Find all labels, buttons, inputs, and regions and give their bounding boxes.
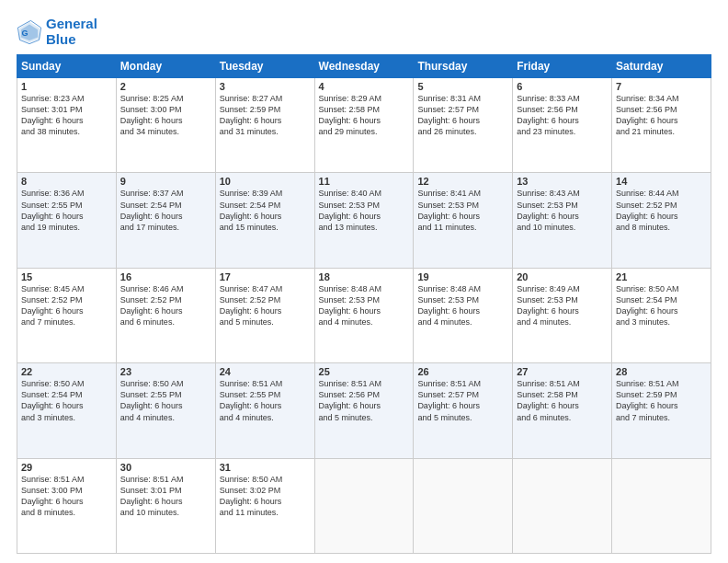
calendar-body: 1Sunrise: 8:23 AM Sunset: 3:01 PM Daylig… bbox=[17, 78, 711, 554]
logo-icon: G bbox=[17, 19, 42, 45]
day-number: 3 bbox=[220, 81, 311, 92]
week-row-1: 1Sunrise: 8:23 AM Sunset: 3:01 PM Daylig… bbox=[17, 78, 711, 173]
day-info: Sunrise: 8:50 AM Sunset: 2:54 PM Dayligh… bbox=[616, 283, 707, 328]
day-cell-29: 29Sunrise: 8:51 AM Sunset: 3:00 PM Dayli… bbox=[17, 458, 117, 553]
day-cell-11: 11Sunrise: 8:40 AM Sunset: 2:53 PM Dayli… bbox=[314, 173, 414, 268]
day-info: Sunrise: 8:37 AM Sunset: 2:54 PM Dayligh… bbox=[120, 188, 211, 233]
day-number: 1 bbox=[21, 81, 112, 92]
day-cell-26: 26Sunrise: 8:51 AM Sunset: 2:57 PM Dayli… bbox=[414, 363, 513, 458]
day-info: Sunrise: 8:39 AM Sunset: 2:54 PM Dayligh… bbox=[220, 188, 311, 233]
day-cell-8: 8Sunrise: 8:36 AM Sunset: 2:55 PM Daylig… bbox=[17, 173, 117, 268]
weekday-tuesday: Tuesday bbox=[215, 55, 314, 78]
day-cell-9: 9Sunrise: 8:37 AM Sunset: 2:54 PM Daylig… bbox=[116, 173, 215, 268]
day-info: Sunrise: 8:29 AM Sunset: 2:58 PM Dayligh… bbox=[319, 93, 410, 138]
day-cell-31: 31Sunrise: 8:50 AM Sunset: 3:02 PM Dayli… bbox=[215, 458, 314, 553]
day-number: 30 bbox=[120, 462, 211, 473]
day-cell-7: 7Sunrise: 8:34 AM Sunset: 2:56 PM Daylig… bbox=[612, 78, 711, 173]
day-number: 19 bbox=[417, 271, 508, 282]
day-info: Sunrise: 8:45 AM Sunset: 2:52 PM Dayligh… bbox=[21, 283, 112, 328]
day-number: 10 bbox=[220, 176, 311, 187]
day-info: Sunrise: 8:41 AM Sunset: 2:53 PM Dayligh… bbox=[417, 188, 508, 233]
day-info: Sunrise: 8:27 AM Sunset: 2:59 PM Dayligh… bbox=[220, 93, 311, 138]
day-number: 16 bbox=[120, 271, 211, 282]
day-info: Sunrise: 8:33 AM Sunset: 2:56 PM Dayligh… bbox=[517, 93, 608, 138]
day-cell-13: 13Sunrise: 8:43 AM Sunset: 2:53 PM Dayli… bbox=[513, 173, 612, 268]
week-row-2: 8Sunrise: 8:36 AM Sunset: 2:55 PM Daylig… bbox=[17, 173, 711, 268]
day-number: 6 bbox=[517, 81, 608, 92]
day-cell-2: 2Sunrise: 8:25 AM Sunset: 3:00 PM Daylig… bbox=[116, 78, 215, 173]
day-info: Sunrise: 8:44 AM Sunset: 2:52 PM Dayligh… bbox=[616, 188, 707, 233]
empty-cell bbox=[314, 458, 414, 553]
day-number: 14 bbox=[616, 176, 707, 187]
day-cell-18: 18Sunrise: 8:48 AM Sunset: 2:53 PM Dayli… bbox=[314, 268, 414, 362]
day-info: Sunrise: 8:34 AM Sunset: 2:56 PM Dayligh… bbox=[616, 93, 707, 138]
day-cell-17: 17Sunrise: 8:47 AM Sunset: 2:52 PM Dayli… bbox=[215, 268, 314, 362]
day-number: 20 bbox=[517, 271, 608, 282]
weekday-friday: Friday bbox=[513, 55, 612, 78]
day-info: Sunrise: 8:43 AM Sunset: 2:53 PM Dayligh… bbox=[517, 188, 608, 233]
day-cell-3: 3Sunrise: 8:27 AM Sunset: 2:59 PM Daylig… bbox=[215, 78, 314, 173]
day-cell-19: 19Sunrise: 8:48 AM Sunset: 2:53 PM Dayli… bbox=[414, 268, 513, 362]
day-cell-23: 23Sunrise: 8:50 AM Sunset: 2:55 PM Dayli… bbox=[116, 363, 215, 458]
day-info: Sunrise: 8:51 AM Sunset: 3:01 PM Dayligh… bbox=[120, 474, 211, 519]
day-number: 21 bbox=[616, 271, 707, 282]
day-cell-4: 4Sunrise: 8:29 AM Sunset: 2:58 PM Daylig… bbox=[314, 78, 414, 173]
day-number: 5 bbox=[417, 81, 508, 92]
page: G General Blue SundayMondayTuesdayWednes… bbox=[0, 0, 728, 563]
weekday-wednesday: Wednesday bbox=[314, 55, 414, 78]
day-number: 24 bbox=[220, 366, 311, 377]
weekday-thursday: Thursday bbox=[414, 55, 513, 78]
day-info: Sunrise: 8:51 AM Sunset: 2:56 PM Dayligh… bbox=[319, 378, 410, 423]
day-cell-10: 10Sunrise: 8:39 AM Sunset: 2:54 PM Dayli… bbox=[215, 173, 314, 268]
day-cell-16: 16Sunrise: 8:46 AM Sunset: 2:52 PM Dayli… bbox=[116, 268, 215, 362]
day-cell-5: 5Sunrise: 8:31 AM Sunset: 2:57 PM Daylig… bbox=[414, 78, 513, 173]
logo-text: General Blue bbox=[46, 17, 97, 47]
svg-text:G: G bbox=[22, 29, 28, 38]
day-cell-1: 1Sunrise: 8:23 AM Sunset: 3:01 PM Daylig… bbox=[17, 78, 117, 173]
day-info: Sunrise: 8:36 AM Sunset: 2:55 PM Dayligh… bbox=[21, 188, 112, 233]
day-info: Sunrise: 8:48 AM Sunset: 2:53 PM Dayligh… bbox=[319, 283, 410, 328]
day-number: 8 bbox=[21, 176, 112, 187]
day-number: 7 bbox=[616, 81, 707, 92]
day-info: Sunrise: 8:50 AM Sunset: 2:55 PM Dayligh… bbox=[120, 378, 211, 423]
logo: G General Blue bbox=[17, 17, 97, 47]
weekday-sunday: Sunday bbox=[17, 55, 117, 78]
day-info: Sunrise: 8:40 AM Sunset: 2:53 PM Dayligh… bbox=[319, 188, 410, 233]
empty-cell bbox=[612, 458, 711, 553]
week-row-3: 15Sunrise: 8:45 AM Sunset: 2:52 PM Dayli… bbox=[17, 268, 711, 362]
weekday-monday: Monday bbox=[116, 55, 215, 78]
day-info: Sunrise: 8:46 AM Sunset: 2:52 PM Dayligh… bbox=[120, 283, 211, 328]
day-cell-20: 20Sunrise: 8:49 AM Sunset: 2:53 PM Dayli… bbox=[513, 268, 612, 362]
day-info: Sunrise: 8:51 AM Sunset: 2:58 PM Dayligh… bbox=[517, 378, 608, 423]
day-number: 26 bbox=[417, 366, 508, 377]
day-number: 27 bbox=[517, 366, 608, 377]
day-info: Sunrise: 8:48 AM Sunset: 2:53 PM Dayligh… bbox=[417, 283, 508, 328]
day-cell-12: 12Sunrise: 8:41 AM Sunset: 2:53 PM Dayli… bbox=[414, 173, 513, 268]
day-info: Sunrise: 8:49 AM Sunset: 2:53 PM Dayligh… bbox=[517, 283, 608, 328]
day-info: Sunrise: 8:51 AM Sunset: 3:00 PM Dayligh… bbox=[21, 474, 112, 519]
day-number: 2 bbox=[120, 81, 211, 92]
day-number: 28 bbox=[616, 366, 707, 377]
day-cell-6: 6Sunrise: 8:33 AM Sunset: 2:56 PM Daylig… bbox=[513, 78, 612, 173]
day-number: 29 bbox=[21, 462, 112, 473]
empty-cell bbox=[513, 458, 612, 553]
day-info: Sunrise: 8:31 AM Sunset: 2:57 PM Dayligh… bbox=[417, 93, 508, 138]
day-info: Sunrise: 8:47 AM Sunset: 2:52 PM Dayligh… bbox=[220, 283, 311, 328]
day-info: Sunrise: 8:51 AM Sunset: 2:59 PM Dayligh… bbox=[616, 378, 707, 423]
day-cell-21: 21Sunrise: 8:50 AM Sunset: 2:54 PM Dayli… bbox=[612, 268, 711, 362]
day-info: Sunrise: 8:25 AM Sunset: 3:00 PM Dayligh… bbox=[120, 93, 211, 138]
day-number: 25 bbox=[319, 366, 410, 377]
day-info: Sunrise: 8:50 AM Sunset: 2:54 PM Dayligh… bbox=[21, 378, 112, 423]
day-number: 11 bbox=[319, 176, 410, 187]
calendar-table: SundayMondayTuesdayWednesdayThursdayFrid… bbox=[17, 54, 711, 554]
day-cell-28: 28Sunrise: 8:51 AM Sunset: 2:59 PM Dayli… bbox=[612, 363, 711, 458]
day-info: Sunrise: 8:50 AM Sunset: 3:02 PM Dayligh… bbox=[220, 474, 311, 519]
day-cell-24: 24Sunrise: 8:51 AM Sunset: 2:55 PM Dayli… bbox=[215, 363, 314, 458]
day-number: 31 bbox=[220, 462, 311, 473]
day-number: 4 bbox=[319, 81, 410, 92]
day-cell-25: 25Sunrise: 8:51 AM Sunset: 2:56 PM Dayli… bbox=[314, 363, 414, 458]
day-info: Sunrise: 8:23 AM Sunset: 3:01 PM Dayligh… bbox=[21, 93, 112, 138]
day-info: Sunrise: 8:51 AM Sunset: 2:55 PM Dayligh… bbox=[220, 378, 311, 423]
day-number: 12 bbox=[417, 176, 508, 187]
day-number: 22 bbox=[21, 366, 112, 377]
